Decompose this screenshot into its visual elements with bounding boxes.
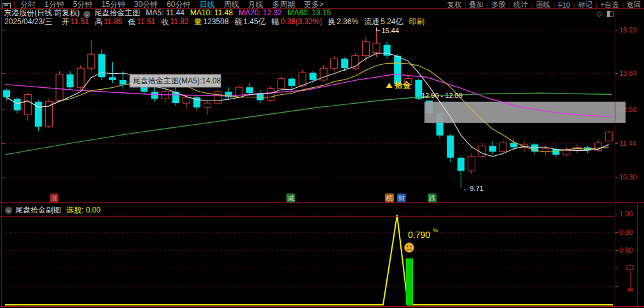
sub-value-label: 0.790 [408, 230, 430, 240]
high-price-label: 15.44 [382, 27, 400, 34]
price-axis-label: 13.84 [619, 69, 637, 77]
bottom-border [0, 306, 644, 307]
toolbar-button-0[interactable]: 复权 [444, 0, 465, 8]
watermark-badge-3[interactable]: 财 [397, 193, 406, 202]
collapse-sub-icon[interactable]: ⌄ [5, 207, 12, 214]
info-item-1: 高11.85 [94, 17, 122, 26]
sad-face-icon [405, 243, 414, 253]
toolbar-button-2[interactable]: 多股 [488, 0, 508, 8]
toolbar-separator [14, 1, 15, 9]
sub-header-divider [0, 216, 615, 217]
period-tab-6[interactable]: 日线 [195, 0, 219, 8]
info-item-8: 流通5.24亿 [363, 17, 403, 26]
quote-info-bar: 2025/04/23/三 开11.51高11.85低11.51收11.82量12… [0, 18, 644, 26]
title-corner-icons: ◇ [597, 9, 613, 18]
signal-triangle-icon [386, 83, 393, 88]
sub-value-suffix: % [433, 227, 438, 234]
period-tab-8[interactable]: 月线 [243, 0, 267, 8]
watermark-badge-0[interactable]: 涨 [50, 193, 59, 202]
ma-values: MA5: 11.44MA10: 11.48MA20: 12.32MA60: 13… [140, 8, 331, 17]
indicator-tooltip-text: 尾盘拾金主图(MA5):14.08 [133, 76, 221, 85]
info-item-6: 幅0.38(3.32%) [270, 17, 322, 26]
toolbar-button-6[interactable]: 标记 [575, 0, 596, 8]
period-tab-1[interactable]: 1分钟 [40, 0, 69, 8]
diamond-icon[interactable]: ◇ [597, 9, 602, 18]
info-item-9: 印刷 [407, 17, 424, 26]
sub-axis-label: 0.80 [619, 228, 633, 236]
period-tab-5[interactable]: 60分钟 [162, 0, 195, 8]
quote-date: 2025/04/23/三 [4, 17, 52, 26]
period-tab-2[interactable]: 5分钟 [69, 0, 97, 8]
ma-value-0: MA5: 11.44 [146, 8, 184, 17]
price-axis-label: 11.44 [619, 139, 636, 147]
low-price-label: ←9.71 [463, 185, 483, 192]
left-border [1, 0, 2, 308]
toolbar-button-5[interactable]: F10 [555, 0, 573, 8]
signal-bar [406, 258, 413, 305]
period-tab-9[interactable]: 多周期 [267, 0, 299, 8]
stock-title: 东港股份(日线.前复权) [4, 8, 80, 17]
period-tab-3[interactable]: 15分钟 [97, 0, 129, 8]
corner-glyphs [627, 265, 633, 291]
gap-range-label: 12.90 - 12.89 [421, 92, 463, 99]
price-axis-label: 10.30 [619, 173, 637, 181]
toolbar-button-1[interactable]: 叠加 [466, 0, 487, 8]
toolbar-button-8[interactable]: 返回 [624, 0, 644, 8]
split-view-icon[interactable] [607, 11, 613, 17]
ma-value-2: MA20: 12.32 [239, 8, 282, 17]
price-axis-label: 15.23 [619, 27, 637, 34]
main-candlestick-chart[interactable]: 15.2313.8412.5811.4410.3015.44←9.7112.90… [0, 27, 644, 202]
chart-title-bar: 东港股份(日线.前复权)⌄尾盘拾金主图MA5: 11.44MA10: 11.48… [0, 8, 644, 18]
gap-zone-box[interactable] [424, 102, 626, 123]
sub-axis-label: 1.00 [619, 210, 633, 218]
info-item-0: 开11.51 [60, 17, 89, 26]
trading-app-window: 分时1分钟5分钟15分钟30分钟60分钟日线周线月线多周期更多> 复权|叠加|多… [0, 0, 644, 308]
period-tabs: 分时1分钟5分钟15分钟30分钟60分钟日线周线月线多周期更多> [16, 0, 328, 8]
period-tab-4[interactable]: 30分钟 [130, 0, 162, 8]
period-toolbar: 分时1分钟5分钟15分钟30分钟60分钟日线周线月线多周期更多> 复权|叠加|多… [0, 0, 644, 8]
period-tab-10[interactable]: 更多> [299, 0, 328, 8]
watermark-badge-1[interactable]: 减 [286, 193, 295, 202]
sub-gridlines [5, 214, 618, 287]
axis-border [615, 8, 615, 307]
sub-chart-header: ⌄ 尾盘拾金副图 选股: 0.00 [0, 204, 101, 216]
toolbar-button-7[interactable]: +自选 [598, 0, 622, 8]
info-item-4: 量123508 [193, 17, 228, 26]
info-item-3: 收11.82 [160, 17, 188, 26]
watermark-badge-4[interactable]: 跌 [428, 193, 437, 202]
sub-indicator-name[interactable]: 尾盘拾金副图 [15, 205, 61, 216]
toolbar-button-4[interactable]: 画线 [533, 0, 553, 8]
info-item-7: 换2.36% [326, 17, 358, 26]
watermark-badge-2[interactable]: 榜 [385, 193, 394, 202]
info-item-2: 低11.51 [127, 17, 155, 26]
info-item-5: 额1.45亿 [233, 17, 265, 26]
sub-axis-label: 0.60 [619, 246, 633, 254]
ma-value-1: MA10: 11.48 [190, 8, 233, 17]
ma-value-3: MA60: 13.15 [288, 8, 331, 17]
signal-label: 拾金 [394, 80, 412, 90]
quote-items: 开11.51高11.85低11.51收11.82量123508额1.45亿幅0.… [56, 17, 424, 26]
window-icon[interactable] [3, 3, 11, 9]
sub-right-border [637, 203, 638, 307]
toolbar-right-buttons: 复权|叠加|多股|统计|画线|F10|标记|+自选|返回 [444, 0, 644, 8]
sub-indicator-param: 选股: 0.00 [66, 205, 101, 216]
main-indicator-name[interactable]: 尾盘拾金主图 [94, 8, 140, 17]
toolbar-button-3[interactable]: 统计 [510, 0, 531, 8]
period-tab-7[interactable]: 周线 [219, 0, 243, 8]
signal-spike-line [5, 215, 613, 305]
sub-indicator-chart[interactable]: 1.000.800.600.790% [0, 203, 644, 307]
period-tab-0[interactable]: 分时 [16, 0, 40, 8]
